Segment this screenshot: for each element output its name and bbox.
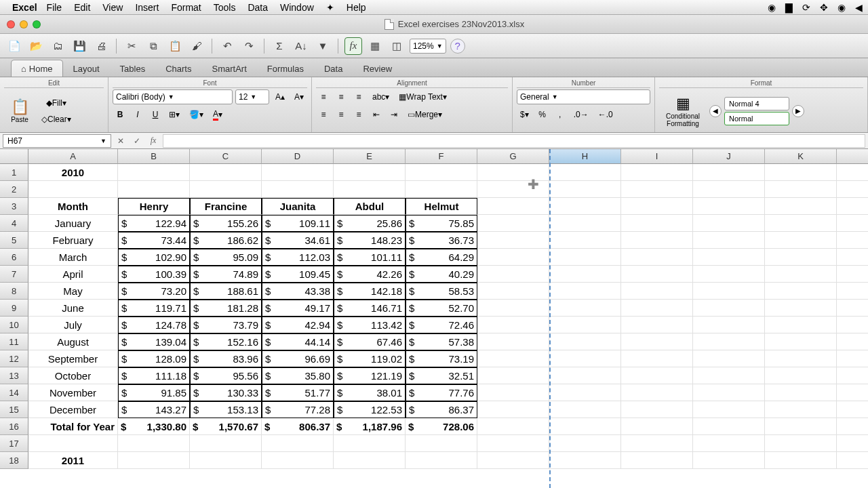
filter-button[interactable]: ▼ (314, 37, 332, 55)
cancel-icon[interactable]: ✕ (114, 134, 127, 148)
empty-cell[interactable] (693, 401, 765, 418)
empty-cell[interactable] (621, 317, 693, 333)
data-cell[interactable]: $75.85 (406, 215, 477, 232)
empty-cell[interactable] (549, 333, 621, 350)
empty-cell[interactable] (621, 452, 693, 469)
empty-cell[interactable] (28, 435, 118, 452)
data-cell[interactable]: $142.18 (334, 283, 406, 300)
underline-button[interactable]: U (148, 107, 163, 122)
minimize-button[interactable] (20, 20, 28, 28)
data-cell[interactable]: $130.33 (190, 384, 262, 401)
cell-month[interactable]: October (28, 367, 118, 384)
empty-cell[interactable] (477, 418, 549, 435)
cell-year2[interactable]: 2011 (28, 452, 118, 469)
cell-person-hdr[interactable]: Juanita (262, 198, 334, 215)
cell-month[interactable]: August (28, 333, 118, 350)
data-cell[interactable]: $73.20 (118, 283, 190, 300)
empty-cell[interactable] (549, 215, 621, 232)
empty-cell[interactable] (118, 164, 190, 181)
row-header-6[interactable]: 6 (0, 249, 28, 266)
cell-person-hdr[interactable]: Francine (190, 198, 262, 215)
cell-month[interactable]: March (28, 249, 118, 266)
empty-cell[interactable] (693, 283, 765, 300)
wrap-text-button[interactable]: ▦ Wrap Text ▾ (395, 89, 450, 104)
app-name[interactable]: Excel (12, 2, 37, 13)
cell-person-hdr[interactable]: Abdul (334, 198, 406, 215)
italic-button[interactable]: I (130, 107, 145, 122)
empty-cell[interactable] (477, 367, 549, 384)
empty-cell[interactable] (621, 401, 693, 418)
empty-cell[interactable] (477, 350, 549, 367)
empty-cell[interactable] (837, 435, 868, 452)
shrink-font-button[interactable]: A▾ (291, 89, 307, 104)
data-cell[interactable]: $72.46 (406, 317, 477, 333)
data-cell[interactable]: $109.11 (262, 215, 334, 232)
empty-cell[interactable] (837, 181, 868, 198)
orientation-button[interactable]: abc▾ (369, 89, 393, 104)
empty-cell[interactable] (765, 266, 837, 283)
empty-cell[interactable] (765, 215, 837, 232)
empty-cell[interactable] (693, 266, 765, 283)
tab-charts[interactable]: Charts (155, 60, 201, 77)
font-size-selector[interactable]: 12▼ (235, 89, 269, 104)
style-normal[interactable]: Normal (724, 112, 789, 125)
empty-cell[interactable] (621, 164, 693, 181)
total-cell[interactable]: $1,570.67 (190, 418, 262, 435)
data-cell[interactable]: $77.76 (406, 384, 477, 401)
data-cell[interactable]: $49.17 (262, 300, 334, 317)
data-cell[interactable]: $113.42 (334, 317, 406, 333)
open-button[interactable]: 📂 (27, 37, 45, 55)
empty-cell[interactable] (765, 333, 837, 350)
empty-cell[interactable] (621, 215, 693, 232)
currency-button[interactable]: $▾ (517, 107, 532, 122)
empty-cell[interactable] (765, 452, 837, 469)
empty-cell[interactable] (621, 266, 693, 283)
data-cell[interactable]: $52.70 (406, 300, 477, 317)
empty-cell[interactable] (837, 384, 868, 401)
data-cell[interactable]: $38.01 (334, 384, 406, 401)
grow-font-button[interactable]: A▴ (272, 89, 288, 104)
paste-button[interactable]: 📋 (166, 37, 184, 55)
empty-cell[interactable] (765, 181, 837, 198)
record-icon[interactable]: ◉ (768, 2, 776, 13)
volume-icon[interactable]: ◀ (855, 2, 863, 13)
data-cell[interactable]: $83.96 (190, 350, 262, 367)
empty-cell[interactable] (837, 367, 868, 384)
tab-formulas[interactable]: Formulas (257, 60, 314, 77)
empty-cell[interactable] (693, 181, 765, 198)
new-doc-button[interactable]: 📄 (5, 37, 23, 55)
empty-cell[interactable] (621, 249, 693, 266)
data-cell[interactable]: $73.19 (406, 350, 477, 367)
data-cell[interactable]: $111.18 (118, 367, 190, 384)
empty-cell[interactable] (549, 249, 621, 266)
data-cell[interactable]: $122.53 (334, 401, 406, 418)
empty-cell[interactable] (406, 164, 477, 181)
row-header-15[interactable]: 15 (0, 401, 28, 418)
empty-cell[interactable] (693, 452, 765, 469)
empty-cell[interactable] (549, 164, 621, 181)
data-cell[interactable]: $25.86 (334, 215, 406, 232)
undo-button[interactable]: ↶ (218, 37, 236, 55)
data-cell[interactable]: $74.89 (190, 266, 262, 283)
empty-cell[interactable] (621, 181, 693, 198)
cell-month[interactable]: April (28, 266, 118, 283)
empty-cell[interactable] (477, 232, 549, 249)
empty-cell[interactable] (477, 452, 549, 469)
menu-data[interactable]: Data (248, 2, 268, 13)
data-cell[interactable]: $119.71 (118, 300, 190, 317)
row-header-12[interactable]: 12 (0, 350, 28, 367)
empty-cell[interactable] (621, 418, 693, 435)
font-color-button[interactable]: A▾ (210, 107, 226, 122)
empty-cell[interactable] (837, 452, 868, 469)
empty-cell[interactable] (549, 181, 621, 198)
empty-cell[interactable] (837, 333, 868, 350)
empty-cell[interactable] (262, 435, 334, 452)
empty-cell[interactable] (837, 164, 868, 181)
show-button[interactable]: ▦ (366, 37, 384, 55)
empty-cell[interactable] (406, 452, 477, 469)
empty-cell[interactable] (549, 452, 621, 469)
data-cell[interactable]: $67.46 (334, 333, 406, 350)
zoom-selector[interactable]: 125%▼ (410, 39, 446, 54)
help-button[interactable]: ? (450, 39, 465, 54)
empty-cell[interactable] (765, 249, 837, 266)
